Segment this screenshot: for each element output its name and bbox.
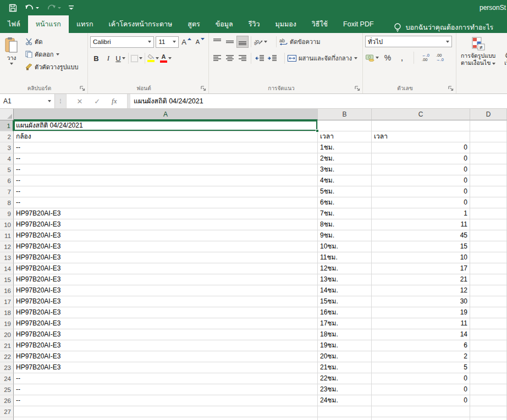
cell-A1[interactable]: แผนผังสถิติ 04/24/2021 (14, 120, 318, 131)
decrease-font-size-button[interactable]: A (194, 36, 206, 48)
increase-decimal-button[interactable]: ←.0.00 (420, 52, 432, 64)
borders-button[interactable] (130, 52, 143, 64)
row-header-2[interactable]: 2 (0, 131, 14, 142)
font-name-dropdown-icon[interactable] (148, 41, 151, 43)
cell-D21[interactable] (470, 340, 507, 351)
cell-D16[interactable] (470, 285, 507, 296)
cell-D17[interactable] (470, 296, 507, 307)
bottom-align-button[interactable] (236, 36, 249, 48)
cell-A21[interactable]: HP97B20AI-E3 (14, 340, 318, 351)
cell-A25[interactable]: -- (14, 384, 318, 395)
cell-C9[interactable]: 1 (372, 208, 470, 219)
tab-file[interactable]: ไฟล์ (0, 15, 28, 33)
cell-A7[interactable]: -- (14, 186, 318, 197)
format-painter-button[interactable]: ตัวคัดวางรูปแบบ (24, 61, 80, 73)
column-header-d[interactable]: D (470, 109, 507, 120)
row-header-11[interactable]: 11 (0, 230, 14, 241)
row-header-4[interactable]: 4 (0, 153, 14, 164)
cell-A24[interactable]: -- (14, 373, 318, 384)
enter-button[interactable]: ✓ (94, 97, 100, 106)
font-color-dropdown-icon[interactable] (168, 57, 172, 59)
tab-data[interactable]: ข้อมูล (208, 15, 241, 33)
font-size-dropdown-icon[interactable] (173, 41, 176, 43)
number-dialog-launcher-icon[interactable] (448, 85, 454, 92)
row-header-8[interactable]: 8 (0, 197, 14, 208)
save-icon[interactable] (9, 4, 17, 12)
tab-home[interactable]: หน้าแรก (28, 15, 69, 33)
name-box-dropdown-icon[interactable] (48, 100, 51, 102)
cell-D19[interactable] (470, 318, 507, 329)
orientation-dropdown-icon[interactable] (264, 41, 267, 43)
column-header-a[interactable]: A (14, 109, 318, 120)
merge-center-button[interactable]: ผสานและจัดกึ่งกลาง (287, 52, 358, 64)
row-header-6[interactable]: 6 (0, 175, 14, 186)
tab-page-layout[interactable]: เค้าโครงหน้ากระดาษ (101, 15, 180, 33)
cell-A11[interactable]: HP97B20AI-E3 (14, 230, 318, 241)
tab-review[interactable]: รีวิว (241, 15, 268, 33)
cell-A18[interactable]: HP97B20AI-E3 (14, 307, 318, 318)
row-header-5[interactable]: 5 (0, 164, 14, 175)
cell-C10[interactable]: 11 (372, 219, 470, 230)
font-dialog-launcher-icon[interactable] (200, 85, 207, 92)
row-header-12[interactable]: 12 (0, 241, 14, 252)
cell-C22[interactable]: 2 (372, 351, 470, 362)
row-header-25[interactable]: 25 (0, 384, 14, 395)
insert-function-button[interactable]: fx (112, 97, 117, 106)
cell-C26[interactable]: 0 (372, 395, 470, 406)
cell-D11[interactable] (470, 230, 507, 241)
cell-C2[interactable]: เวลา (372, 131, 470, 142)
row-header-7[interactable]: 7 (0, 186, 14, 197)
tab-formulas[interactable]: สูตร (180, 15, 207, 33)
row-header-18[interactable]: 18 (0, 307, 14, 318)
cell-D7[interactable] (470, 186, 507, 197)
cell-C24[interactable]: 0 (372, 373, 470, 384)
cell-B3[interactable]: 1ชม. (318, 142, 372, 153)
tab-foxit-pdf[interactable]: Foxit PDF (335, 15, 382, 33)
cell-C3[interactable]: 0 (372, 142, 470, 153)
cell-A23[interactable]: HP97B20AI-E3 (14, 362, 318, 373)
cut-button[interactable]: ตัด (24, 36, 80, 47)
cell-B13[interactable]: 11ชม. (318, 252, 372, 263)
cell-C8[interactable]: 0 (372, 197, 470, 208)
cell-C13[interactable]: 10 (372, 252, 470, 263)
cell-D5[interactable] (470, 164, 507, 175)
cell-C7[interactable]: 0 (372, 186, 470, 197)
middle-align-button[interactable] (224, 36, 236, 48)
cell-D14[interactable] (470, 263, 507, 274)
cell-A22[interactable]: HP97B20AI-E3 (14, 351, 318, 362)
cell-A15[interactable]: HP97B20AI-E3 (14, 274, 318, 285)
cell-B8[interactable]: 6ชม. (318, 197, 372, 208)
number-format-combobox[interactable]: ทั่วไป (365, 36, 452, 47)
fill-color-button[interactable] (147, 52, 159, 64)
cancel-button[interactable]: ✕ (76, 97, 82, 106)
borders-dropdown-icon[interactable] (139, 57, 142, 59)
cell-B14[interactable]: 12ชม. (318, 263, 372, 274)
formula-bar-handle[interactable]: ⁞ (55, 94, 66, 108)
cell-C21[interactable]: 6 (372, 340, 470, 351)
undo-button[interactable] (25, 4, 39, 12)
cell-D10[interactable] (470, 219, 507, 230)
format-as-table-button[interactable]: จัดรูปแบบเป็นตาราง (502, 36, 507, 68)
align-right-button[interactable] (236, 52, 249, 64)
cell-C12[interactable]: 15 (372, 241, 470, 252)
cell-C1[interactable] (372, 120, 470, 131)
row-header-21[interactable]: 21 (0, 340, 14, 351)
cell-B2[interactable]: เวลา (318, 131, 372, 142)
row-header-17[interactable]: 17 (0, 296, 14, 307)
tell-me-label[interactable]: บอกฉันว่าคุณต้องการทำอะไร (406, 22, 494, 33)
cell-B24[interactable]: 22ชม. (318, 373, 372, 384)
underline-button[interactable]: U (114, 52, 126, 64)
cell-B27[interactable] (318, 406, 372, 417)
cell-B17[interactable]: 15ชม. (318, 296, 372, 307)
copy-dropdown-icon[interactable] (56, 53, 59, 56)
row-header-26[interactable]: 26 (0, 395, 14, 406)
row-header-22[interactable]: 22 (0, 351, 14, 362)
cell-A10[interactable]: HP97B20AI-E3 (14, 219, 318, 230)
tell-me[interactable]: บอกฉันว่าคุณต้องการทำอะไร (394, 22, 494, 33)
paste-dropdown-icon[interactable] (10, 63, 13, 65)
accounting-format-button[interactable] (365, 52, 379, 64)
align-left-button[interactable] (211, 52, 223, 64)
cell-C27[interactable] (372, 406, 470, 417)
cell-B18[interactable]: 16ชม. (318, 307, 372, 318)
cell-D26[interactable] (470, 395, 507, 406)
